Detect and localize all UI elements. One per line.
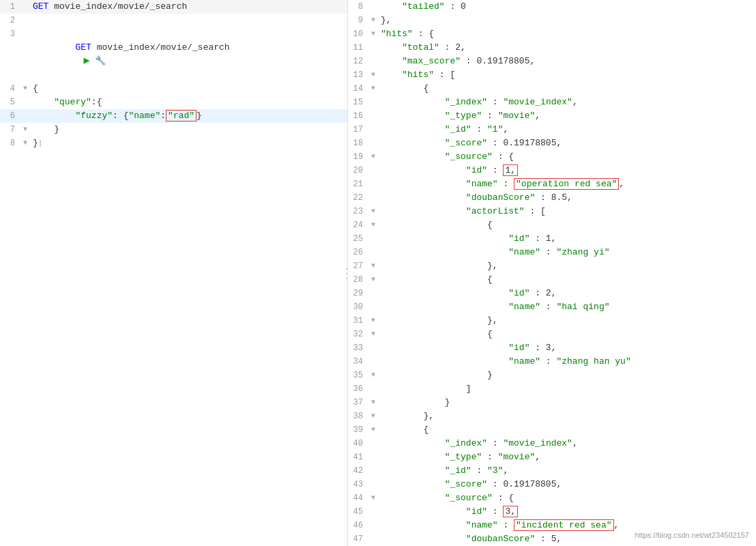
fold-8[interactable]: ▼ — [20, 136, 30, 150]
left-line-1: 1 GET movie_index/movie/_search — [0, 0, 347, 14]
right-code-area[interactable]: 8 "tailed" : 0 9 ▼ }, 10 ▼ "hits" : { 11… — [348, 0, 756, 546]
rline-content-20: "id" : 1, — [378, 164, 756, 177]
right-line-34: 34 "name" : "zhang han yu" — [348, 355, 756, 369]
rline-content-43: "_score" : 0.19178805, — [378, 478, 756, 491]
rline-content-44: "_source" : { — [378, 491, 756, 505]
rfold-32[interactable]: ▼ — [368, 328, 378, 341]
fold-4[interactable]: ▼ — [20, 82, 30, 96]
rline-content-38: }, — [378, 410, 756, 423]
rfold-19[interactable]: ▼ — [368, 150, 378, 164]
line-content-4: { — [30, 82, 347, 96]
rline-content-31: }, — [378, 314, 756, 328]
right-line-31: 31 ▼ }, — [348, 314, 756, 328]
rfold-44[interactable]: ▼ — [368, 491, 378, 505]
rline-num-26: 26 — [348, 246, 368, 259]
right-panel: 8 "tailed" : 0 9 ▼ }, 10 ▼ "hits" : { 11… — [348, 0, 756, 546]
line-content-7: } — [30, 123, 347, 136]
line-num-5: 5 — [0, 96, 20, 109]
line-num-4: 4 — [0, 82, 20, 96]
right-line-43: 43 "_score" : 0.19178805, — [348, 478, 756, 491]
panel-divider: ⋮ — [340, 265, 348, 282]
right-line-32: 32 ▼ { — [348, 328, 756, 341]
rline-num-11: 11 — [348, 41, 368, 55]
rline-content-11: "total" : 2, — [378, 41, 756, 55]
rline-content-24: { — [378, 218, 756, 232]
run-button[interactable]: ▶ — [83, 55, 89, 68]
right-line-27: 27 ▼ }, — [348, 259, 756, 273]
rfold-37[interactable]: ▼ — [368, 396, 378, 410]
rfold-13[interactable]: ▼ — [368, 68, 378, 82]
left-line-8: 8 ▼ }| — [0, 136, 347, 150]
right-line-15: 15 "_index" : "movie_index", — [348, 96, 756, 109]
rline-num-25: 25 — [348, 232, 368, 246]
rfold-28[interactable]: ▼ — [368, 273, 378, 287]
fold-7[interactable]: ▼ — [20, 123, 30, 136]
right-line-37: 37 ▼ } — [348, 396, 756, 410]
right-line-16: 16 "_type" : "movie", — [348, 109, 756, 123]
rline-content-26: "name" : "zhang yi" — [378, 246, 756, 259]
rline-num-24: 24 — [348, 218, 368, 232]
rline-num-10: 10 — [348, 27, 368, 41]
right-line-18: 18 "_score" : 0.19178805, — [348, 136, 756, 150]
rline-num-9: 9 — [348, 14, 368, 27]
rfold-38[interactable]: ▼ — [368, 410, 378, 423]
right-line-8: 8 "tailed" : 0 — [348, 0, 756, 14]
rline-content-32: { — [378, 328, 756, 341]
left-line-4: 4 ▼ { — [0, 82, 347, 96]
rline-num-13: 13 — [348, 68, 368, 82]
right-line-30: 30 "name" : "hai qing" — [348, 300, 756, 314]
line-num-1: 1 — [0, 0, 20, 14]
right-line-39: 39 ▼ { — [348, 423, 756, 437]
right-line-41: 41 "_type" : "movie", — [348, 450, 756, 464]
right-line-19: 19 ▼ "_source" : { — [348, 150, 756, 164]
rline-content-9: }, — [378, 14, 756, 27]
rline-content-34: "name" : "zhang han yu" — [378, 355, 756, 369]
rline-num-16: 16 — [348, 109, 368, 123]
right-line-28: 28 ▼ { — [348, 273, 756, 287]
rfold-23[interactable]: ▼ — [368, 205, 378, 218]
right-line-23: 23 ▼ "actorList" : [ — [348, 205, 756, 218]
rfold-31[interactable]: ▼ — [368, 314, 378, 328]
rline-num-22: 22 — [348, 191, 368, 205]
rline-content-18: "_score" : 0.19178805, — [378, 136, 756, 150]
rline-num-45: 45 — [348, 505, 368, 519]
rline-num-17: 17 — [348, 123, 368, 136]
rline-num-30: 30 — [348, 300, 368, 314]
rline-content-16: "_type" : "movie", — [378, 109, 756, 123]
rfold-35[interactable]: ▼ — [368, 369, 378, 382]
left-line-3: 3 GET movie_index/movie/_search ▶ 🔧 — [0, 27, 347, 82]
rline-num-44: 44 — [348, 491, 368, 505]
rline-content-15: "_index" : "movie_index", — [378, 96, 756, 109]
right-line-25: 25 "id" : 1, — [348, 232, 756, 246]
rline-num-23: 23 — [348, 205, 368, 218]
right-line-24: 24 ▼ { — [348, 218, 756, 232]
right-line-11: 11 "total" : 2, — [348, 41, 756, 55]
line-content-5: "query":{ — [30, 96, 347, 109]
rline-num-27: 27 — [348, 259, 368, 273]
wrench-icon[interactable]: 🔧 — [95, 55, 106, 68]
right-line-26: 26 "name" : "zhang yi" — [348, 246, 756, 259]
line-num-8: 8 — [0, 136, 20, 150]
left-panel: 1 GET movie_index/movie/_search 2 3 GET … — [0, 0, 348, 546]
rfold-27[interactable]: ▼ — [368, 259, 378, 273]
line-content-8: }| — [30, 136, 347, 150]
rfold-39[interactable]: ▼ — [368, 423, 378, 437]
rline-content-19: "_source" : { — [378, 150, 756, 164]
rfold-9[interactable]: ▼ — [368, 14, 378, 27]
rline-num-33: 33 — [348, 341, 368, 355]
rfold-10[interactable]: ▼ — [368, 27, 378, 41]
rline-content-35: } — [378, 369, 756, 382]
rline-num-18: 18 — [348, 136, 368, 150]
line-num-7: 7 — [0, 123, 20, 136]
right-line-10: 10 ▼ "hits" : { — [348, 27, 756, 41]
rline-content-10: "hits" : { — [378, 27, 756, 41]
rline-num-35: 35 — [348, 369, 368, 382]
rline-num-41: 41 — [348, 450, 368, 464]
rline-content-45: "id" : 3, — [378, 505, 756, 519]
rfold-24[interactable]: ▼ — [368, 218, 378, 232]
left-code-area[interactable]: 1 GET movie_index/movie/_search 2 3 GET … — [0, 0, 347, 546]
rline-num-40: 40 — [348, 437, 368, 450]
line-num-2: 2 — [0, 14, 20, 27]
rline-content-41: "_type" : "movie", — [378, 450, 756, 464]
rfold-14[interactable]: ▼ — [368, 82, 378, 96]
